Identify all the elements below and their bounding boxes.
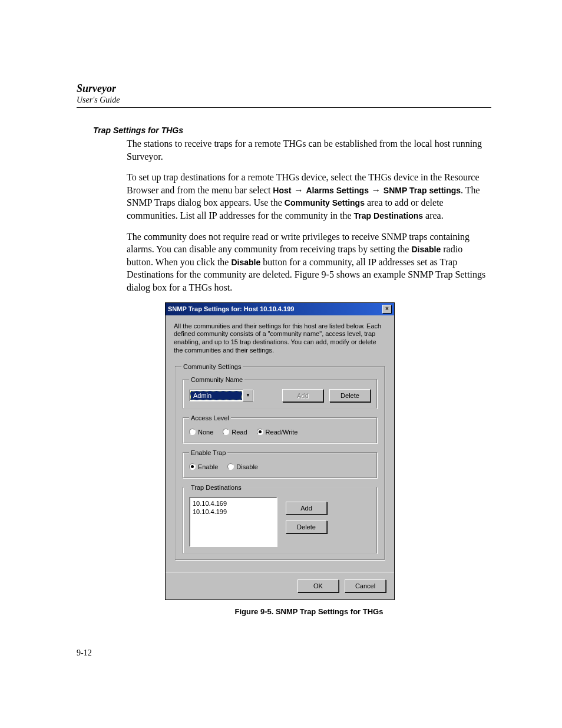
- access-read-radio[interactable]: Read: [223, 429, 247, 436]
- label-trap-destinations: Trap Destinations: [354, 211, 423, 220]
- menu-alarms-settings: Alarms Settings: [306, 186, 369, 195]
- list-item[interactable]: 10.10.4.169: [193, 499, 274, 508]
- community-name-combo[interactable]: Admin ▼: [189, 390, 254, 401]
- radio-icon: [189, 463, 196, 470]
- trap-enable-radio[interactable]: Enable: [189, 463, 218, 470]
- access-level-group: Access Level None Read: [183, 414, 377, 443]
- community-add-button[interactable]: Add: [282, 389, 323, 402]
- enable-trap-group: Enable Trap Enable Disable: [183, 449, 377, 478]
- arrow-2: →: [369, 185, 384, 195]
- trap-destinations-legend: Trap Destinations: [189, 484, 243, 491]
- arrow-1: →: [291, 185, 306, 195]
- trap-disable-radio[interactable]: Disable: [227, 463, 258, 470]
- radio-icon: [189, 429, 196, 435]
- paragraph-3: The community does not require read or w…: [127, 230, 491, 294]
- access-readwrite-label: Read/Write: [266, 429, 298, 436]
- dialog-body: All the communities and their settings f…: [166, 315, 394, 572]
- label-disable-2: Disable: [231, 258, 260, 267]
- dialog-footer: OK Cancel: [166, 572, 394, 599]
- community-settings-group: Community Settings Community Name Admin …: [175, 363, 385, 560]
- page-number: 9-12: [77, 648, 491, 658]
- radio-icon: [223, 429, 229, 435]
- dialog-description: All the communities and their settings f…: [174, 322, 386, 355]
- ok-button[interactable]: OK: [297, 579, 339, 592]
- community-name-group: Community Name Admin ▼ Add Delete: [183, 376, 377, 409]
- trap-enable-label: Enable: [198, 463, 218, 470]
- doc-title: Surveyor: [77, 83, 491, 95]
- snmp-trap-settings-dialog: SNMP Trap Settings for: Host 10.10.4.199…: [165, 302, 395, 600]
- access-none-radio[interactable]: None: [189, 429, 213, 436]
- figure-caption: Figure 9-5. SNMP Trap Settings for THGs: [127, 607, 491, 616]
- trap-destinations-listbox[interactable]: 10.10.4.169 10.10.4.199: [189, 497, 277, 547]
- label-community-settings: Community Settings: [285, 198, 365, 207]
- label-disable-1: Disable: [411, 245, 441, 254]
- access-none-label: None: [198, 429, 213, 436]
- destination-delete-button[interactable]: Delete: [286, 521, 327, 533]
- community-settings-legend: Community Settings: [181, 363, 243, 370]
- header-rule: [77, 107, 491, 108]
- radio-icon: [257, 429, 263, 435]
- figure-9-5: SNMP Trap Settings for: Host 10.10.4.199…: [165, 302, 491, 600]
- doc-subtitle: User's Guide: [77, 95, 491, 105]
- access-read-label: Read: [232, 429, 247, 436]
- access-readwrite-radio[interactable]: Read/Write: [257, 429, 298, 436]
- radio-icon: [227, 463, 234, 470]
- trap-disable-label: Disable: [236, 463, 258, 470]
- close-button[interactable]: ×: [382, 305, 392, 314]
- community-name-value: Admin: [190, 391, 242, 400]
- community-delete-button[interactable]: Delete: [329, 389, 371, 402]
- enable-trap-legend: Enable Trap: [189, 449, 227, 456]
- section-heading: Trap Settings for THGs: [93, 126, 491, 135]
- menu-snmp-trap-settings: SNMP Trap settings: [384, 186, 461, 195]
- paragraph-1: The stations to receive traps for a remo…: [127, 137, 491, 163]
- dialog-titlebar: SNMP Trap Settings for: Host 10.10.4.199…: [166, 303, 394, 315]
- menu-host: Host: [273, 186, 291, 195]
- destination-add-button[interactable]: Add: [286, 502, 327, 515]
- trap-destinations-group: Trap Destinations 10.10.4.169 10.10.4.19…: [183, 484, 377, 554]
- page-body: Surveyor User's Guide Trap Settings for …: [0, 0, 562, 693]
- p2-text-d: area.: [423, 210, 444, 220]
- dialog-title-text: SNMP Trap Settings for: Host 10.10.4.199: [168, 305, 294, 312]
- cancel-button[interactable]: Cancel: [345, 579, 386, 592]
- community-name-legend: Community Name: [189, 376, 244, 383]
- paragraph-2: To set up trap destinations for a remote…: [127, 171, 491, 222]
- chevron-down-icon[interactable]: ▼: [243, 390, 253, 401]
- list-item[interactable]: 10.10.4.199: [193, 508, 274, 516]
- access-level-legend: Access Level: [189, 414, 231, 421]
